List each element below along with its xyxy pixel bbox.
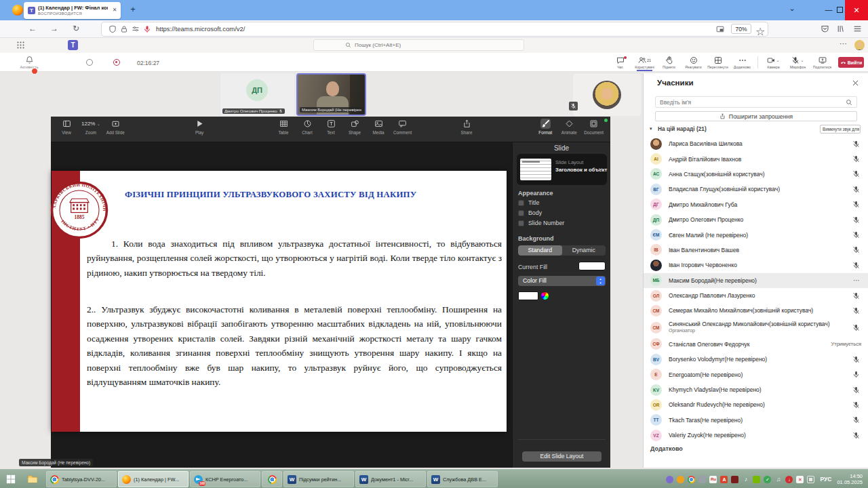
mic-off-icon[interactable] xyxy=(852,307,860,314)
tab-close-icon[interactable]: ✕ xyxy=(111,7,118,14)
chevron-down-icon[interactable] xyxy=(597,166,604,172)
checkbox[interactable] xyxy=(518,220,524,226)
participant-row[interactable]: KV Khymych Vladyslav(Не перевірено) xyxy=(644,382,868,397)
chevron-down-icon[interactable]: ⌄ xyxy=(776,58,779,62)
taskbar-app-word[interactable]: W Службова ДВВ Е... xyxy=(427,471,498,487)
participant-row[interactable]: СФ Станіслав Олегович ФедорчукУтримуєтьс… xyxy=(644,337,868,352)
participant-row[interactable]: E Energoatom(Не перевірено) xyxy=(644,367,868,382)
mic-off-icon[interactable] xyxy=(852,324,860,331)
taskbar-app-word[interactable]: W Підсумки рейтин... xyxy=(283,471,354,487)
meeting-control-chat[interactable]: Чат xyxy=(609,54,631,70)
bookmark-star-icon[interactable]: ☆ xyxy=(755,25,764,33)
reload-icon[interactable]: ↻ xyxy=(71,23,81,34)
chevron-down-icon[interactable]: ⌄ xyxy=(800,58,804,62)
keynote-text-button[interactable]: Text xyxy=(322,119,340,135)
participant-row[interactable]: ВГ Владислав Глущук(зовнішній користувач… xyxy=(644,182,868,197)
tray-microphone-icon[interactable] xyxy=(666,476,673,483)
participant-row[interactable]: СМ Синянський Олександр Миколайович(зовн… xyxy=(644,319,868,337)
slide[interactable]: ХАРКІВСЬКИЙ ПОЛІТЕХНІЧНИЙ ІНСТИТУТ • НТУ… xyxy=(52,171,507,432)
forward-icon[interactable]: → xyxy=(49,23,60,34)
appearance-option-body[interactable]: Body xyxy=(518,209,564,216)
mute-all-button[interactable]: Вимкнути звук для в... xyxy=(820,125,861,134)
keynote-zoom-button[interactable]: 122% ⌄Zoom xyxy=(81,119,100,135)
taskbar-app-chrome[interactable] xyxy=(262,471,282,487)
dropdown-stepper-icon[interactable]: ▲▼ xyxy=(596,277,605,285)
taskbar-clock[interactable]: 14:50 01.05.2025 xyxy=(837,473,863,485)
participant-row[interactable]: ДГ Дмитро Михайлович Губа xyxy=(644,197,868,212)
keynote-document-button[interactable]: Document xyxy=(584,119,604,135)
language-indicator[interactable]: РУС xyxy=(820,476,831,483)
shield-icon[interactable] xyxy=(108,25,117,33)
video-tile-initials[interactable]: ДП Дмитро Олегович Проценко xyxy=(220,73,294,116)
window-maximize-button[interactable] xyxy=(837,7,843,13)
meeting-control-hand[interactable]: Підняти xyxy=(658,54,680,70)
tray-download-icon[interactable] xyxy=(785,476,793,483)
tray-amd-icon[interactable] xyxy=(731,476,738,483)
zoom-level[interactable]: 122% ⌄ xyxy=(81,119,100,129)
page-zoom-badge[interactable]: 70% xyxy=(731,24,751,34)
participant-row[interactable]: Лариса Василівна Шилкова xyxy=(644,136,868,151)
leave-button[interactable]: Вийти xyxy=(838,57,864,68)
mic-off-icon[interactable] xyxy=(852,216,860,224)
tray-usb-icon[interactable] xyxy=(764,476,771,483)
mic-off-icon[interactable] xyxy=(852,262,860,269)
keynote-add-slide-button[interactable]: Add Slide xyxy=(106,119,125,135)
file-explorer-icon[interactable] xyxy=(27,474,38,485)
search-input[interactable] xyxy=(355,42,490,48)
keynote-format-button[interactable]: Format xyxy=(536,119,554,135)
participant-row[interactable]: ЄМ Євген Малий (Не перевірено) xyxy=(644,227,868,242)
participant-search-input[interactable] xyxy=(660,98,843,107)
tray-ru-icon[interactable] xyxy=(709,476,717,483)
slide-layout-card[interactable]: Slide Layout Заголовок и объект xyxy=(517,154,607,185)
url-text[interactable]: https://teams.microsoft.com/v2/ xyxy=(156,25,245,33)
participant-row[interactable]: СМ Семерак Михайло Михайлович(зовнішній … xyxy=(644,303,868,318)
mic-off-icon[interactable] xyxy=(852,231,860,239)
mic-off-icon[interactable] xyxy=(852,155,860,163)
participant-row[interactable]: ДП Дмитро Олегович Проценко xyxy=(644,212,868,227)
tray-status-icon[interactable] xyxy=(677,476,684,483)
menu-hamburger-icon[interactable] xyxy=(853,24,862,33)
close-icon[interactable] xyxy=(852,79,859,87)
taskbar-app-telegram[interactable]: 168 КСНР Енергоато... xyxy=(190,471,260,487)
tray-nvidia-icon[interactable] xyxy=(753,476,760,483)
color-wheel-icon[interactable] xyxy=(540,291,549,300)
keynote-share-button[interactable]: Share xyxy=(458,119,475,135)
mic-off-icon[interactable] xyxy=(852,416,860,424)
more-options-icon[interactable]: ⋯ xyxy=(853,277,860,284)
pocket-icon[interactable] xyxy=(821,24,829,33)
tray-flag-icon[interactable] xyxy=(796,476,804,483)
meeting-control-smile[interactable]: Реагувати xyxy=(682,54,705,70)
tray-speaker-icon[interactable] xyxy=(774,476,782,483)
meeting-control-ellipsis[interactable]: Додатково xyxy=(731,54,753,70)
more-options-icon[interactable]: ⋯ xyxy=(840,39,847,48)
current-fill-swatch[interactable] xyxy=(578,262,606,270)
window-minimize-button[interactable]: — xyxy=(822,3,835,16)
meeting-control-mic-off[interactable]: ⌄ Мікрофон xyxy=(787,54,809,70)
mic-off-icon[interactable] xyxy=(852,292,860,300)
appearance-option-slide-number[interactable]: Slide Number xyxy=(518,220,564,226)
keynote-chart-button[interactable]: Chart xyxy=(298,119,316,135)
meeting-control-grid[interactable]: Переглянути xyxy=(707,54,729,70)
mic-off-icon[interactable] xyxy=(852,170,860,178)
list-all-tabs-icon[interactable]: ⌄ xyxy=(787,3,797,14)
participant-row[interactable]: Іван Ігорович Червоненко xyxy=(644,258,868,272)
keynote-comment-button[interactable]: Comment xyxy=(393,119,412,135)
taskbar-app-firefox[interactable]: (1) Календар | FW... xyxy=(118,471,189,487)
teams-search-bar[interactable] xyxy=(313,39,524,51)
participant-row[interactable]: BV Borysenko Volodymyr(Не перевірено) xyxy=(644,352,868,367)
browser-tab[interactable]: T (1) Календар | FW: Фінал конк ВОСПРОИЗ… xyxy=(24,2,121,19)
waffle-menu-icon[interactable] xyxy=(16,41,25,49)
library-icon[interactable] xyxy=(836,24,845,33)
participant-row[interactable]: OR Oleksandr Rudevych(Не перевірено) xyxy=(644,397,868,412)
activity-bell-icon[interactable] xyxy=(25,56,34,64)
tray-volume-icon[interactable] xyxy=(742,476,749,483)
tray-settings-icon[interactable] xyxy=(698,476,706,483)
fill-type-dropdown[interactable]: Color Fill ▲▼ xyxy=(518,276,606,286)
mic-on-icon[interactable] xyxy=(852,371,860,378)
edit-slide-layout-button[interactable]: Edit Slide Layout xyxy=(522,451,601,462)
participant-row[interactable]: АС Анна Стащук(зовнішній користувач) xyxy=(644,167,868,182)
participant-row[interactable]: ІВ Іван Валентинович Вашев xyxy=(644,243,868,258)
taskbar-app-chrome[interactable]: Tablytsya-DVV-20... xyxy=(46,471,117,487)
mic-off-icon[interactable] xyxy=(852,201,860,208)
checkbox[interactable] xyxy=(518,200,524,206)
